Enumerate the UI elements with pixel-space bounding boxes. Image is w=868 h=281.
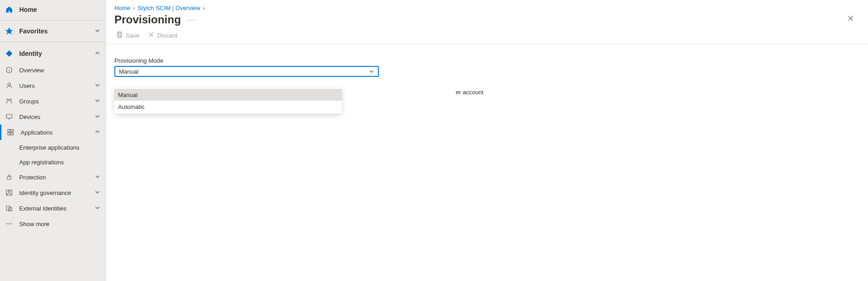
page-header: Provisioning ··· — [106, 13, 868, 30]
save-button[interactable]: Save — [116, 31, 140, 39]
sidebar-label-users: Users — [19, 82, 95, 89]
svg-rect-15 — [6, 206, 10, 211]
sidebar-item-favorites[interactable]: Favorites — [0, 23, 106, 39]
chevron-down-icon — [95, 189, 101, 196]
chevron-down-icon — [95, 28, 101, 34]
discard-icon — [148, 31, 155, 39]
sidebar-label-protection: Protection — [19, 174, 95, 181]
svg-point-18 — [9, 223, 10, 224]
dropdown-option-automatic[interactable]: Automatic — [114, 101, 342, 113]
sidebar-item-identity[interactable]: Identity — [0, 45, 106, 62]
sidebar-label-devices: Devices — [19, 113, 95, 120]
chevron-right-icon: › — [133, 5, 135, 11]
star-icon — [5, 27, 13, 35]
sidebar-label-overview: Overview — [19, 67, 101, 74]
groups-icon — [5, 97, 13, 105]
save-icon — [116, 31, 123, 39]
close-button[interactable] — [846, 14, 855, 23]
sidebar-label-show-more: Show more — [19, 221, 101, 227]
svg-point-19 — [11, 223, 12, 224]
external-identities-icon — [5, 205, 13, 212]
sidebar-sub-label: App registrations — [19, 159, 64, 166]
dropdown-option-label: Manual — [118, 92, 138, 98]
sidebar-item-protection[interactable]: Protection — [0, 169, 106, 185]
breadcrumb-app[interactable]: Stytch SCIM | Overview — [138, 5, 200, 11]
sidebar-item-users[interactable]: Users — [0, 78, 106, 93]
sidebar-sub-app-registrations[interactable]: App registrations — [0, 155, 106, 169]
ellipsis-icon — [5, 220, 13, 227]
sidebar-separator — [0, 20, 106, 21]
svg-rect-8 — [8, 130, 10, 132]
chevron-down-icon — [95, 98, 101, 104]
dropdown-option-manual[interactable]: Manual — [114, 89, 342, 101]
main-panel: Home › Stytch SCIM | Overview › Provisio… — [106, 0, 868, 281]
sidebar-separator — [0, 42, 106, 42]
page-title: Provisioning — [114, 13, 181, 26]
chevron-down-icon — [95, 113, 101, 120]
home-icon — [5, 6, 13, 13]
svg-point-4 — [7, 99, 9, 101]
identity-governance-icon — [5, 189, 13, 196]
chevron-down-icon — [95, 205, 101, 211]
identity-icon — [5, 50, 13, 57]
svg-point-5 — [10, 99, 11, 101]
description-fragment: er account — [456, 89, 484, 96]
sidebar-label-identity: Identity — [19, 50, 95, 57]
chevron-down-icon — [369, 69, 374, 74]
svg-rect-21 — [119, 35, 121, 37]
info-icon — [5, 66, 13, 74]
svg-point-13 — [8, 190, 10, 192]
provisioning-mode-select[interactable]: Manual — [114, 66, 379, 77]
svg-rect-10 — [8, 133, 10, 135]
svg-rect-6 — [6, 114, 12, 118]
sidebar-label-groups: Groups — [19, 98, 95, 105]
sidebar-sub-enterprise-applications[interactable]: Enterprise applications — [0, 140, 106, 155]
chevron-down-icon — [95, 82, 101, 89]
chevron-up-icon — [95, 129, 101, 135]
breadcrumb: Home › Stytch SCIM | Overview › — [106, 0, 868, 13]
sidebar-label-home: Home — [19, 6, 101, 13]
svg-rect-20 — [119, 32, 121, 34]
svg-rect-9 — [11, 130, 13, 132]
devices-icon — [5, 113, 13, 120]
chevron-down-icon — [95, 174, 101, 180]
sidebar-item-devices[interactable]: Devices — [0, 109, 106, 124]
sidebar-item-applications[interactable]: Applications — [0, 124, 106, 140]
sidebar-item-external-identities[interactable]: External Identities — [0, 200, 106, 216]
sidebar-item-identity-governance[interactable]: Identity governance — [0, 185, 106, 200]
sidebar-label-external-identities: External Identities — [19, 205, 95, 212]
sidebar-item-show-more[interactable]: Show more — [0, 216, 106, 232]
provisioning-mode-dropdown: Manual Automatic — [114, 88, 342, 113]
toolbar: Save Discard — [106, 30, 868, 44]
dropdown-option-label: Automatic — [118, 103, 145, 110]
svg-rect-11 — [11, 133, 13, 135]
applications-icon — [7, 129, 14, 136]
user-icon — [5, 82, 13, 89]
select-value: Manual — [119, 68, 369, 75]
sidebar-item-groups[interactable]: Groups — [0, 93, 106, 109]
sidebar-item-home[interactable]: Home — [0, 2, 106, 17]
chevron-right-icon: › — [203, 5, 205, 11]
lock-icon — [5, 173, 13, 181]
svg-point-17 — [6, 223, 7, 224]
sidebar-item-overview[interactable]: Overview — [0, 62, 106, 78]
discard-label: Discard — [157, 32, 178, 39]
svg-rect-12 — [7, 177, 11, 179]
provisioning-mode-label: Provisioning Mode — [114, 57, 860, 64]
more-button[interactable]: ··· — [187, 16, 195, 23]
sidebar: Home Favorites Identity Overview Users — [0, 0, 106, 281]
breadcrumb-home[interactable]: Home — [114, 5, 130, 11]
sidebar-label-favorites: Favorites — [19, 27, 95, 35]
sidebar-label-identity-governance: Identity governance — [19, 189, 95, 196]
sidebar-sub-label: Enterprise applications — [19, 144, 80, 151]
discard-button[interactable]: Discard — [148, 31, 178, 39]
save-label: Save — [126, 32, 140, 39]
svg-point-3 — [8, 83, 11, 86]
content: Provisioning Mode Manual Manual Automati… — [106, 44, 868, 85]
sidebar-label-applications: Applications — [21, 129, 95, 136]
chevron-up-icon — [95, 50, 101, 57]
